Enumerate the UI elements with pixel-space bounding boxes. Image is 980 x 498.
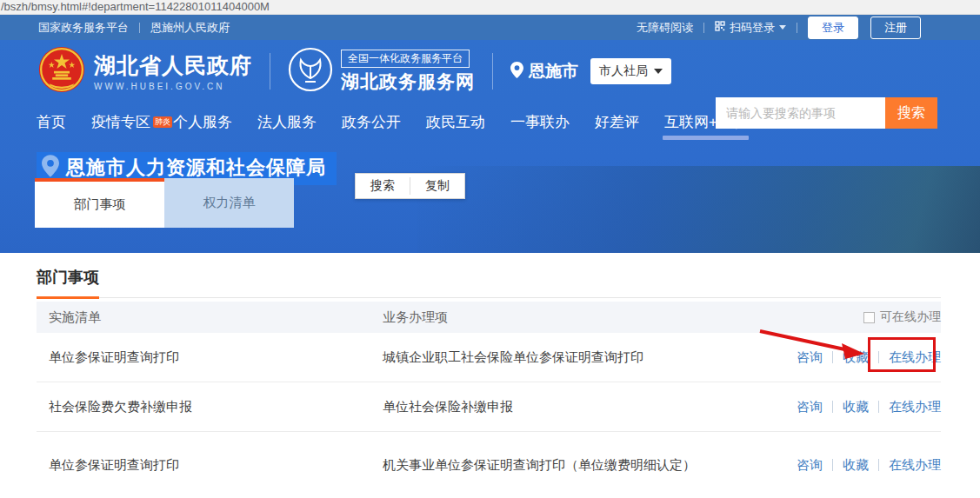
online-filter: 可在线办理	[745, 309, 941, 325]
login-button[interactable]: 登录	[808, 17, 858, 39]
main-navigation: 首页 疫情专区 肺炎 个人服务 法人服务 政务公开 政民互动 一事联办 好差评 …	[0, 103, 980, 142]
table-header-row: 实施清单 业务办理项 可在线办理	[37, 302, 941, 333]
chevron-down-icon	[654, 69, 663, 74]
heading-rule	[37, 297, 941, 298]
nav-item-epidemic[interactable]: 疫情专区	[91, 112, 150, 132]
consult-link[interactable]: 咨询	[797, 399, 823, 415]
consult-link[interactable]: 咨询	[797, 349, 823, 366]
location-pin-icon-light	[42, 155, 59, 181]
nav-item-gov-disclosure[interactable]: 政务公开	[342, 112, 401, 132]
divider	[270, 53, 270, 90]
qr-login-link[interactable]: 扫码登录	[730, 20, 775, 36]
cell-list-name: 单位参保证明查询打印	[37, 349, 383, 366]
browser-url-fragment: /bszh/bmsy.html#!department=114228010114…	[0, 0, 980, 15]
divider	[832, 459, 833, 471]
divider	[878, 459, 879, 471]
row-actions: 咨询 收藏 在线办理	[745, 399, 941, 415]
cell-list-name: 社会保险费欠费补缴申报	[37, 399, 383, 415]
search-button[interactable]: 搜索	[885, 97, 937, 129]
text-selection-popup: 搜索 复制	[355, 173, 465, 199]
table-row: 单位参保证明查询打印 机关事业单位参保证明查询打印（单位缴费明细认定） 咨询 收…	[37, 432, 941, 498]
online-filter-label: 可在线办理	[880, 309, 941, 325]
nav-item-legal-person[interactable]: 法人服务	[257, 112, 317, 132]
current-city[interactable]: 恩施市	[529, 60, 578, 83]
topbar-left-links: 国家政务服务平台 恩施州人民政府	[38, 20, 230, 36]
popup-search-button[interactable]: 搜索	[356, 174, 410, 198]
hubei-gov-logo[interactable]: 湖北省人民政府 WWW.HUBEI.GOV.CN	[38, 46, 252, 96]
gov-name: 湖北省人民政府	[94, 51, 252, 80]
nav-item-interaction[interactable]: 政民互动	[426, 112, 485, 132]
portal-logo[interactable]: 全国一体化政务服务平台 湖北政务服务网	[288, 47, 475, 96]
content-area: 部门事项 实施清单 业务办理项 可在线办理 单位参保证明查询打印 城镇企业职工社…	[0, 253, 980, 498]
divider	[139, 23, 140, 33]
gov-site-url: WWW.HUBEI.GOV.CN	[94, 82, 252, 91]
row-actions: 咨询 收藏 在线办理	[745, 349, 941, 366]
qr-code-icon	[715, 21, 725, 34]
location-pin-icon	[510, 62, 523, 82]
table-row: 社会保险费欠费补缴申报 单位社会保险补缴申报 咨询 收藏 在线办理	[37, 382, 941, 432]
platform-badge: 全国一体化政务服务平台	[341, 50, 470, 68]
tab-power-list[interactable]: 权力清单	[164, 178, 294, 228]
divider	[878, 351, 879, 363]
chevron-down-icon[interactable]	[779, 25, 786, 30]
col-header-list: 实施清单	[37, 309, 383, 326]
utility-topbar: 国家政务服务平台 恩施州人民政府 无障碍阅读 扫码登录 登录 注册	[0, 15, 980, 40]
link-national-platform[interactable]: 国家政务服务平台	[38, 20, 129, 36]
department-selector[interactable]: 市人社局	[590, 58, 671, 84]
tab-department-matters[interactable]: 部门事项	[35, 178, 164, 228]
cell-list-name: 单位参保证明查询打印	[37, 457, 383, 474]
topbar-right: 无障碍阅读 扫码登录 登录 注册	[637, 17, 921, 39]
online-handle-link[interactable]: 在线办理	[889, 457, 941, 474]
cell-business-item: 机关事业单位参保证明查询打印（单位缴费明细认定）	[383, 455, 745, 475]
banner-hero: 恩施市人力资源和社会保障局 部门事项 权力清单 搜索 复制	[0, 142, 980, 228]
online-filter-checkbox[interactable]	[863, 312, 875, 323]
popup-copy-button[interactable]: 复制	[410, 174, 464, 198]
favorite-link[interactable]: 收藏	[843, 349, 869, 366]
site-search: 搜索	[716, 97, 937, 129]
col-header-business: 业务办理项	[383, 309, 745, 326]
city-selector-block: 恩施市 市人社局	[510, 58, 671, 84]
divider	[492, 53, 493, 90]
accessibility-link[interactable]: 无障碍阅读	[637, 20, 693, 36]
cell-business-item: 单位社会保险补缴申报	[383, 399, 745, 415]
portal-text: 全国一体化政务服务平台 湖北政务服务网	[341, 50, 475, 94]
link-enshi-gov[interactable]: 恩施州人民政府	[150, 20, 230, 36]
nav-item-home[interactable]: 首页	[37, 112, 66, 132]
browser-screenshot: /bszh/bmsy.html#!department=114228010114…	[0, 0, 980, 498]
gov-logo-text: 湖北省人民政府 WWW.HUBEI.GOV.CN	[94, 51, 252, 91]
row-actions: 咨询 收藏 在线办理	[745, 457, 941, 474]
table-row: 单位参保证明查询打印 城镇企业职工社会保险单位参保证明查询打印 咨询 收藏 在线…	[37, 333, 941, 382]
heading-accent-bar	[37, 296, 99, 299]
divider	[832, 401, 833, 413]
portal-emblem-icon	[288, 47, 333, 96]
favorite-link[interactable]: 收藏	[843, 457, 869, 474]
online-handle-link[interactable]: 在线办理	[889, 349, 941, 366]
nav-item-one-matter[interactable]: 一事联办	[510, 112, 570, 132]
divider	[703, 23, 704, 33]
divider	[878, 401, 879, 413]
divider	[797, 23, 797, 33]
department-selector-value: 市人社局	[599, 63, 648, 79]
page-title: 恩施市人力资源和社会保障局	[66, 155, 326, 181]
site-banner: 湖北省人民政府 WWW.HUBEI.GOV.CN 全国一体化政务服务平台	[0, 40, 980, 253]
site-header: 湖北省人民政府 WWW.HUBEI.GOV.CN 全国一体化政务服务平台	[0, 40, 980, 103]
epidemic-badge: 肺炎	[153, 116, 172, 128]
favorite-link[interactable]: 收藏	[843, 399, 869, 415]
divider	[832, 351, 833, 363]
section-heading: 部门事项	[37, 267, 941, 288]
portal-name: 湖北政务服务网	[341, 70, 475, 94]
online-handle-link[interactable]: 在线办理	[889, 399, 941, 415]
cell-business-item: 城镇企业职工社会保险单位参保证明查询打印	[383, 349, 745, 366]
register-button[interactable]: 注册	[870, 17, 921, 39]
consult-link[interactable]: 咨询	[797, 457, 823, 474]
nav-item-rating[interactable]: 好差评	[595, 112, 639, 132]
national-emblem-icon	[38, 46, 85, 96]
search-input[interactable]	[716, 97, 885, 129]
tab-bar: 部门事项 权力清单	[35, 178, 294, 228]
nav-item-personal[interactable]: 个人服务	[173, 112, 232, 132]
